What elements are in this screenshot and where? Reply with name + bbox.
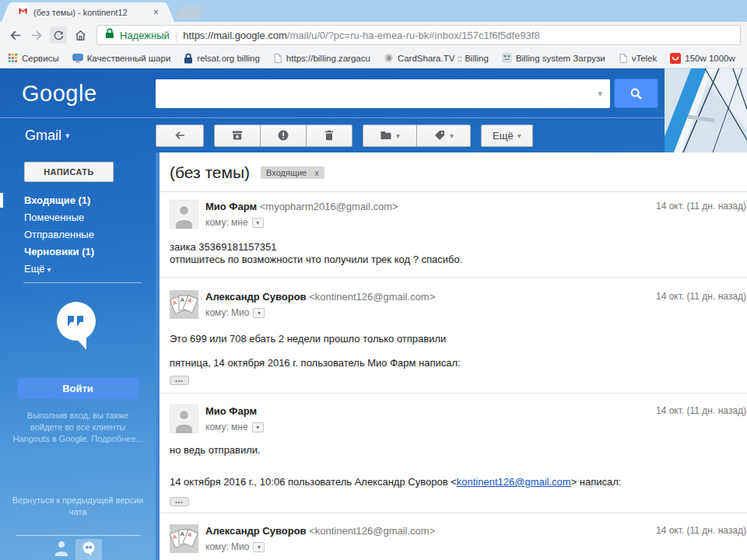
lock-icon bbox=[184, 53, 193, 64]
apps-grid-icon bbox=[8, 53, 18, 63]
sidebar-item-sent[interactable]: Отправленные bbox=[0, 226, 156, 243]
search-options-caret-icon[interactable]: ▾ bbox=[596, 89, 604, 99]
bookmark-billing-system[interactable]: Billing system Загрузи bbox=[502, 53, 605, 63]
quote-attribution: 14 октября 2016 г., 10:06 пользователь А… bbox=[170, 476, 747, 488]
aliexpress-icon bbox=[670, 53, 681, 64]
compose-button[interactable]: НАПИСАТЬ bbox=[24, 162, 114, 182]
message-date: 14 окт. (11 дн. назад) bbox=[656, 525, 747, 536]
sidebar-item-inbox[interactable]: Входящие (1) bbox=[0, 192, 156, 209]
tab-close-icon[interactable]: × bbox=[152, 7, 160, 18]
bookmark-services[interactable]: Сервисы bbox=[8, 53, 59, 63]
message-date: 14 окт. (11 дн. назад) bbox=[656, 201, 747, 212]
bookmark-cardshara[interactable]: CardShara.TV :: Billing bbox=[384, 53, 489, 63]
search-box[interactable]: ▾ bbox=[156, 79, 610, 108]
sender-name: Александр Суворов bbox=[205, 525, 307, 537]
spam-icon bbox=[277, 129, 289, 142]
hangouts-icon bbox=[54, 300, 102, 353]
home-icon[interactable] bbox=[72, 26, 89, 44]
sender-email: <kontinent126@gmail.com> bbox=[309, 525, 435, 537]
sidebar-item-starred[interactable]: Помеченные bbox=[0, 209, 156, 226]
hangouts-note: Выполнив вход, вы также войдете во все к… bbox=[11, 410, 145, 445]
url-domain: https://mail.google.com bbox=[183, 30, 287, 41]
hangouts-more-link[interactable]: Подробнее... bbox=[91, 434, 142, 443]
secure-lock-icon[interactable] bbox=[105, 28, 114, 42]
billing-system-icon bbox=[502, 53, 512, 63]
details-dropdown-icon[interactable]: ▾ bbox=[252, 218, 264, 228]
message-body-line: но ведь отправили. bbox=[170, 444, 747, 456]
message-4[interactable]: AAA Александр Суворов <kontinent126@gmai… bbox=[170, 513, 747, 560]
gmail-toolbar: Gmail ▾ ▾ bbox=[0, 118, 747, 152]
contacts-person-icon[interactable] bbox=[54, 539, 69, 559]
google-logo: Google bbox=[0, 81, 156, 107]
svg-text:A: A bbox=[181, 297, 184, 303]
move-to-button[interactable]: ▾ bbox=[363, 124, 417, 147]
details-dropdown-icon[interactable]: ▾ bbox=[252, 422, 264, 432]
page-icon bbox=[619, 53, 628, 64]
back-icon[interactable] bbox=[6, 26, 23, 44]
chip-remove-icon[interactable]: x bbox=[314, 168, 319, 177]
details-dropdown-icon[interactable]: ▾ bbox=[253, 542, 265, 552]
gmail-menu-caret-icon: ▾ bbox=[65, 131, 70, 141]
sender-email: <kontinent126@gmail.com> bbox=[309, 291, 435, 303]
message-date: 14 окт. (11 дн. назад) bbox=[656, 291, 747, 302]
sender-email: <myopharm2016@gmail.com> bbox=[260, 201, 398, 212]
chat-footer-divider bbox=[16, 535, 140, 536]
quote-attribution: пятница, 14 октября 2016 г. пользователь… bbox=[170, 357, 747, 369]
url-path: /mail/u/0/?pc=ru-ha-emea-ru-bk#inbox/157… bbox=[287, 30, 540, 41]
search-button[interactable] bbox=[614, 79, 658, 108]
bookmark-relsat[interactable]: relsat.org billing bbox=[184, 53, 260, 64]
browser-tab[interactable]: (без темы) - kontinent12 × bbox=[11, 2, 165, 22]
sender-name: Мио Фарм bbox=[205, 405, 257, 417]
message-2[interactable]: AAA Александр Суворов <kontinent126@gmai… bbox=[170, 278, 747, 385]
avatar-person-icon bbox=[170, 404, 198, 433]
bookmark-kachestvenny[interactable]: Качественный шари bbox=[72, 53, 171, 64]
cardshara-icon bbox=[384, 53, 394, 63]
hangouts-footer-icon[interactable] bbox=[75, 539, 102, 560]
forward-icon bbox=[28, 26, 45, 44]
reload-icon[interactable] bbox=[50, 26, 67, 44]
show-trimmed-content-button[interactable]: ••• bbox=[170, 376, 189, 385]
search-input[interactable] bbox=[162, 87, 596, 100]
archive-button[interactable] bbox=[214, 124, 261, 147]
archive-icon bbox=[231, 129, 244, 142]
gmail-menu[interactable]: Gmail ▾ bbox=[0, 128, 156, 144]
url-separator: | bbox=[175, 30, 177, 41]
message-1[interactable]: Мио Фарм <myopharm2016@gmail.com> кому: … bbox=[170, 192, 747, 266]
url-bar[interactable]: Надежный | https://mail.google.com/mail/… bbox=[96, 25, 741, 45]
secure-label[interactable]: Надежный bbox=[120, 30, 170, 41]
page-icon bbox=[273, 53, 282, 64]
bookmarks-bar: Сервисы Качественный шари relsat.org bil… bbox=[0, 48, 747, 68]
delete-button[interactable] bbox=[306, 124, 352, 147]
details-dropdown-icon[interactable]: ▾ bbox=[253, 308, 265, 318]
browser-address-bar: Надежный | https://mail.google.com/mail/… bbox=[0, 22, 747, 48]
gmail-header: Google ▾ bbox=[0, 68, 747, 118]
gmail-sidebar: НАПИСАТЬ Входящие (1) Помеченные Отправл… bbox=[0, 152, 156, 560]
spam-button[interactable] bbox=[260, 124, 307, 147]
sidebar-item-more[interactable]: Ещё▾ bbox=[0, 261, 156, 278]
back-to-old-chat-link[interactable]: Вернуться к предыдущей версии чата bbox=[12, 495, 144, 519]
url-text[interactable]: https://mail.google.com/mail/u/0/?pc=ru-… bbox=[183, 30, 540, 41]
quoted-email-link[interactable]: kontinent126@gmail.com bbox=[457, 476, 571, 488]
to-label: кому: Мио bbox=[205, 541, 249, 552]
avatar-cards-image: AAA bbox=[170, 290, 198, 319]
sidebar-item-drafts[interactable]: Черновики (1) bbox=[0, 243, 156, 261]
svg-text:A: A bbox=[181, 531, 184, 537]
show-trimmed-content-button[interactable]: ••• bbox=[170, 497, 189, 506]
new-tab-button[interactable] bbox=[174, 6, 204, 19]
more-actions-button[interactable]: Ещё ▾ bbox=[481, 124, 533, 147]
bookmark-vtelek[interactable]: vTelek bbox=[619, 53, 658, 64]
labels-button[interactable]: ▾ bbox=[416, 124, 471, 147]
label-tag-icon bbox=[433, 129, 446, 142]
bookmark-aliexpress[interactable]: 150w 1000w bbox=[670, 53, 735, 64]
to-label: кому: мне bbox=[205, 217, 248, 228]
message-body-line: Это 699 или 708 ебать 2 недели прошло то… bbox=[170, 333, 747, 345]
hangouts-signin-button[interactable]: Войти bbox=[18, 378, 139, 399]
search-icon bbox=[630, 87, 643, 100]
gmail-favicon-icon bbox=[17, 5, 29, 19]
thread-pane: (без темы) Входящие x Мио Фарм <myopharm… bbox=[156, 152, 747, 560]
bookmark-zargacu[interactable]: https://billing.zargacu bbox=[273, 53, 370, 64]
sender-name: Мио Фарм bbox=[205, 201, 257, 212]
inbox-label-chip[interactable]: Входящие x bbox=[261, 166, 324, 179]
back-to-inbox-button[interactable] bbox=[156, 124, 204, 147]
message-3[interactable]: Мио Фарм кому: мне▾ 14 окт. (11 дн. наза… bbox=[170, 394, 747, 506]
